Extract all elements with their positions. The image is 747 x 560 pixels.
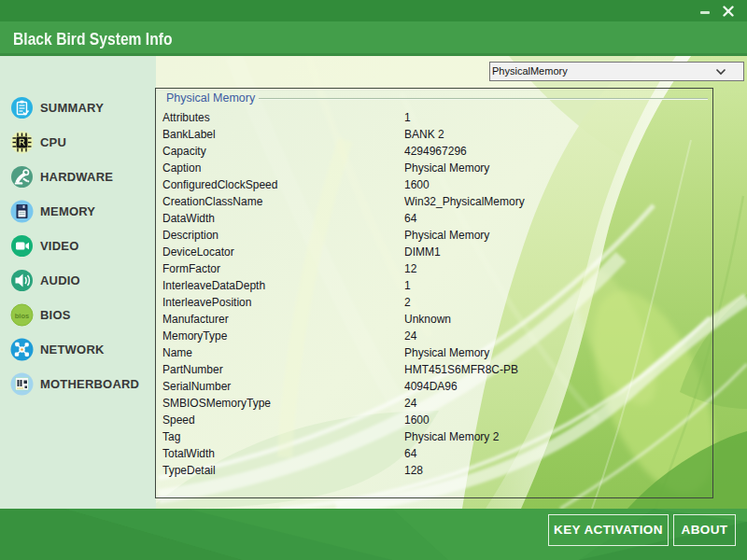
svg-text:bios: bios: [15, 311, 29, 319]
